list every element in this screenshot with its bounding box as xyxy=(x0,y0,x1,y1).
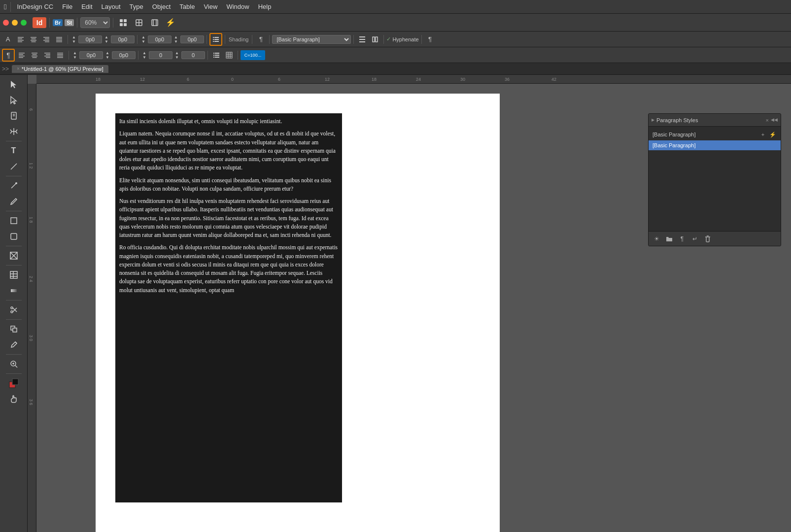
list-btn[interactable] xyxy=(209,33,222,46)
pen-tool[interactable] xyxy=(5,178,23,193)
eyedropper-tool[interactable] xyxy=(5,337,23,352)
bridge-icon[interactable]: Br xyxy=(53,19,63,26)
align-right-btn[interactable] xyxy=(40,33,52,45)
align2-left-btn[interactable] xyxy=(16,49,28,61)
menu-help[interactable]: Help xyxy=(254,2,275,11)
zoom-select[interactable]: 60% 25% 50% 75% 100% xyxy=(80,17,110,28)
scissors-tool[interactable] xyxy=(5,302,23,317)
align2-right-btn[interactable] xyxy=(41,49,53,61)
panel-collapse-icon[interactable]: ▶ xyxy=(652,118,654,122)
baseline-input[interactable] xyxy=(181,51,205,59)
svg-rect-3 xyxy=(124,23,127,26)
space-after-spinner[interactable]: ▲▼ xyxy=(172,33,179,45)
gap-tool[interactable] xyxy=(5,124,23,139)
page-tool[interactable] xyxy=(5,108,23,123)
svg-line-70 xyxy=(10,132,12,133)
table-btn[interactable] xyxy=(223,49,235,61)
left-indent-input[interactable] xyxy=(78,35,102,43)
clear-override-icon[interactable]: ⚡ xyxy=(769,131,777,138)
clear-all-icon[interactable]: ↵ xyxy=(690,234,700,244)
indent3-input[interactable] xyxy=(112,51,136,59)
shape-tool[interactable] xyxy=(5,229,23,244)
document-tab[interactable]: × *Untitled-1 @ 60% [GPU Preview] xyxy=(12,65,108,73)
menu-window[interactable]: Window xyxy=(222,2,253,11)
svg-rect-97 xyxy=(12,379,18,385)
image-frame-tool[interactable] xyxy=(5,248,23,263)
svg-rect-1 xyxy=(124,19,127,22)
close-window-button[interactable] xyxy=(3,20,9,26)
gradient-tool[interactable] xyxy=(5,283,23,298)
leading-spinner[interactable]: ▲▼ xyxy=(141,49,148,61)
align-center-btn[interactable] xyxy=(28,33,39,45)
style-item-basic[interactable]: [Basic Paragraph] xyxy=(649,140,781,150)
color-swatch-tool[interactable] xyxy=(5,376,23,391)
text-frame[interactable]: Ita simil incienis dolenih illuptat et, … xyxy=(115,113,342,502)
menu-file[interactable]: File xyxy=(58,2,76,11)
maximize-window-button[interactable] xyxy=(21,20,27,26)
stock-icon[interactable]: St xyxy=(65,19,74,26)
view-grid-icon[interactable] xyxy=(116,16,130,30)
align2-justify-btn[interactable] xyxy=(54,49,66,61)
apple-menu[interactable]:  xyxy=(4,2,6,11)
direct-selection-tool[interactable] xyxy=(5,93,23,107)
menu-edit[interactable]: Edit xyxy=(77,2,96,11)
right-indent-spinner[interactable]: ▲▼ xyxy=(103,33,110,45)
style-list-btn[interactable] xyxy=(356,33,368,45)
line-tool[interactable] xyxy=(5,159,23,174)
leading-input[interactable] xyxy=(149,51,172,59)
style-columns-btn[interactable] xyxy=(369,33,381,45)
type-tool[interactable]: T xyxy=(5,143,23,158)
menu-object[interactable]: Object xyxy=(148,2,175,11)
pencil-tool[interactable] xyxy=(5,194,23,209)
panel-close-button[interactable]: × xyxy=(766,117,769,123)
align-justify-btn[interactable] xyxy=(53,33,65,45)
list2-btn[interactable] xyxy=(210,49,222,61)
new-style-icon[interactable]: + xyxy=(759,131,767,138)
delete-icon[interactable] xyxy=(703,234,713,244)
frame-tool[interactable] xyxy=(5,213,23,228)
view-columns-icon[interactable] xyxy=(148,16,162,30)
transform-tool[interactable] xyxy=(5,322,23,336)
indent3-spinner[interactable]: ▲▼ xyxy=(104,49,111,61)
menu-table[interactable]: Table xyxy=(175,2,199,11)
svg-rect-51 xyxy=(57,56,63,57)
color-swatch[interactable]: C=100... xyxy=(241,50,265,60)
space-before-input[interactable] xyxy=(148,35,172,43)
menu-view[interactable]: View xyxy=(200,2,221,11)
align-left-btn[interactable] xyxy=(15,33,27,45)
svg-rect-56 xyxy=(215,55,219,56)
table-tool[interactable] xyxy=(5,267,23,282)
hyphenate-check[interactable]: ✓ Hyphenate xyxy=(386,36,418,42)
space-after-input[interactable] xyxy=(180,35,204,43)
menu-type[interactable]: Type xyxy=(126,2,147,11)
menu-indesign[interactable]: InDesign CC xyxy=(13,2,57,11)
hyphenate-settings-btn[interactable]: ¶ xyxy=(424,33,436,45)
svg-rect-28 xyxy=(213,39,214,40)
paragraph-style-select[interactable]: [Basic Paragraph] xyxy=(272,35,351,44)
tab-bar-collapse[interactable]: >> xyxy=(2,66,9,72)
preflight-icon[interactable]: ⚡ xyxy=(164,16,177,30)
menu-layout[interactable]: Layout xyxy=(98,2,125,11)
view-layout-icon[interactable] xyxy=(132,16,146,30)
baseline-spinner[interactable]: ▲▼ xyxy=(173,49,180,61)
indent2-spinner[interactable]: ▲▼ xyxy=(71,49,78,61)
indent2-input[interactable] xyxy=(79,51,103,59)
panel-expand-btn[interactable]: ◀◀ xyxy=(771,117,778,123)
svg-rect-20 xyxy=(43,40,49,41)
hand-tool[interactable] xyxy=(5,392,23,406)
zoom-tool[interactable] xyxy=(5,357,23,371)
align2-center-btn[interactable] xyxy=(29,49,40,61)
space-before-spinner[interactable]: ▲▼ xyxy=(140,33,147,45)
svg-rect-17 xyxy=(32,41,36,42)
type-tool-ctrl[interactable]: A xyxy=(2,33,14,45)
selection-tool[interactable] xyxy=(5,77,23,92)
para-mark-icon[interactable]: ¶ xyxy=(677,234,687,244)
paragraph-mark-btn[interactable]: ¶ xyxy=(255,33,267,45)
indent-spinner-up[interactable]: ▲▼ xyxy=(70,33,77,45)
sync-icon[interactable]: ☀ xyxy=(652,234,661,244)
tab-close-icon[interactable]: × xyxy=(17,66,20,71)
right-indent-input[interactable] xyxy=(111,35,135,43)
para-icon-btn[interactable]: ¶ xyxy=(2,49,15,62)
folder-icon[interactable] xyxy=(664,234,674,244)
minimize-window-button[interactable] xyxy=(12,20,18,26)
